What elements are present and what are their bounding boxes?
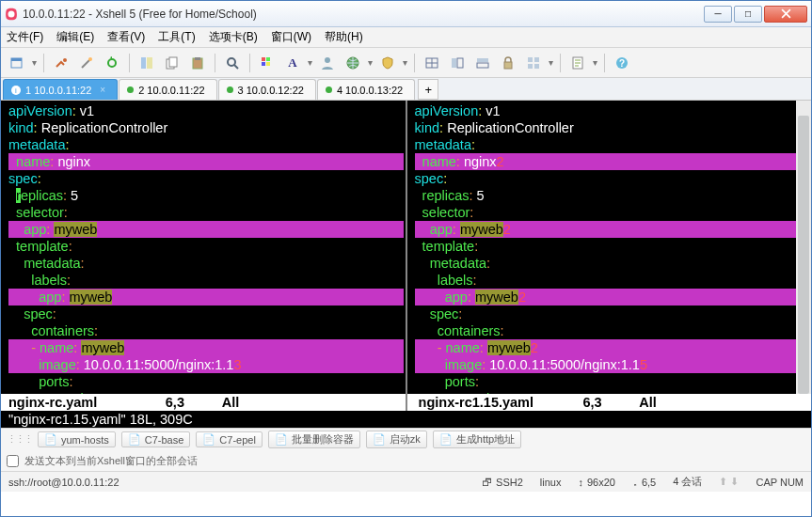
menu-edit[interactable]: 编辑(E) [56, 29, 94, 45]
broadcast-checkbox[interactable] [7, 455, 19, 467]
menu-file[interactable]: 文件(F) [7, 29, 43, 45]
vim-message: "nginx-rc1.15.yaml" 18L, 309C [1, 411, 811, 428]
menu-help[interactable]: 帮助(H) [325, 29, 363, 45]
tab-3[interactable]: 3 10.0.0.12:22 [218, 79, 316, 100]
lock-icon[interactable] [498, 53, 518, 73]
status-arrows: ⬆ ⬇ [719, 476, 739, 488]
user-icon[interactable] [317, 53, 338, 73]
dot-icon [326, 86, 332, 93]
pane-left[interactable]: apiVersion: v1 kind: ReplicationControll… [1, 101, 406, 428]
svg-rect-21 [477, 58, 488, 62]
close-button[interactable] [764, 6, 807, 23]
svg-rect-12 [262, 57, 265, 61]
svg-rect-2 [11, 58, 22, 61]
svg-rect-8 [169, 57, 177, 67]
vim-status-row: nginx-rc.yaml 6,3 All nginx-rc1.15.yaml … [1, 394, 811, 411]
new-session-button[interactable] [7, 53, 27, 73]
status-caps: CAP NUM [756, 477, 804, 488]
svg-rect-24 [528, 57, 533, 62]
wand-icon[interactable] [76, 53, 97, 73]
script-icon[interactable] [567, 53, 588, 73]
svg-point-4 [88, 57, 92, 61]
svg-rect-14 [262, 62, 265, 66]
dot-icon [227, 86, 233, 93]
help-icon[interactable]: ? [612, 53, 632, 73]
pane-right[interactable]: apiVersion: v1 kind: ReplicationControll… [406, 101, 812, 428]
svg-rect-25 [534, 57, 539, 62]
find-icon[interactable] [222, 53, 243, 73]
info-icon: i [11, 86, 21, 95]
menu-tab[interactable]: 选项卡(B) [209, 29, 258, 45]
status-proto: 🗗 SSH2 [482, 477, 523, 488]
maximize-button[interactable]: □ [734, 6, 762, 23]
svg-rect-23 [504, 62, 512, 69]
tab-2[interactable]: 2 10.0.0.11:22 [119, 79, 216, 100]
menu-window[interactable]: 窗口(W) [271, 29, 311, 45]
paste-icon[interactable] [187, 53, 208, 73]
statusbar: ssh://root@10.0.0.11:22 🗗 SSH2 linux ↕ 9… [1, 471, 811, 492]
quick-zk[interactable]: 📄启动zk [366, 431, 427, 448]
svg-point-0 [8, 10, 15, 17]
font-icon[interactable]: A [282, 53, 303, 73]
quick-c7base[interactable]: 📄C7-base [121, 431, 191, 447]
tab-4[interactable]: 4 10.0.0.13:22 [317, 79, 415, 100]
tabstrip: i1 10.0.0.11:22× 2 10.0.0.11:22 3 10.0.0… [1, 78, 811, 101]
status-sess: 4 会话 [673, 475, 702, 489]
svg-rect-13 [266, 57, 270, 61]
quick-del[interactable]: 📄批量删除容器 [268, 431, 360, 448]
status-conn: ssh://root@10.0.0.11:22 [8, 477, 119, 488]
tab-close-icon[interactable]: × [100, 85, 105, 95]
svg-rect-10 [195, 57, 200, 60]
panel2-icon[interactable] [472, 53, 493, 73]
svg-rect-6 [147, 57, 152, 69]
quick-yum[interactable]: 📄yum-hosts [38, 431, 116, 447]
svg-rect-15 [266, 62, 270, 66]
palette-icon[interactable] [257, 53, 278, 73]
shield-icon[interactable] [377, 53, 398, 73]
svg-rect-27 [534, 64, 539, 69]
dot-icon [127, 86, 134, 93]
grid-icon[interactable] [523, 53, 544, 73]
vim-status-left: nginx-rc.yaml 6,3 All [1, 394, 406, 411]
layout-icon[interactable] [422, 53, 442, 73]
svg-text:i: i [15, 86, 17, 95]
cable-icon[interactable] [51, 53, 72, 73]
broadcast-row: 发送文本到当前Xshell窗口的全部会话 [1, 450, 811, 471]
panel1-icon[interactable] [447, 53, 468, 73]
terminal[interactable]: apiVersion: v1 kind: ReplicationControll… [1, 101, 811, 428]
status-size: ↕ 96x20 [578, 477, 614, 488]
globe-icon[interactable] [342, 53, 363, 73]
menu-tools[interactable]: 工具(T) [158, 29, 195, 45]
quick-http[interactable]: 📄生成http地址 [433, 431, 521, 448]
tab-1[interactable]: i1 10.0.0.11:22× [3, 79, 118, 100]
svg-rect-19 [452, 58, 456, 68]
svg-point-16 [325, 57, 330, 63]
status-os: linux [540, 477, 562, 488]
app-icon [5, 8, 18, 21]
quick-c7epel[interactable]: 📄C7-epel [196, 431, 263, 447]
status-cur: ⸼ 6,5 [632, 477, 656, 488]
vim-status-right: nginx-rc1.15.yaml 6,3 All [406, 394, 812, 411]
titlebar: 10.0.0.11:22 - Xshell 5 (Free for Home/S… [1, 1, 811, 27]
svg-rect-26 [528, 64, 533, 69]
svg-rect-5 [141, 57, 146, 69]
minimize-button[interactable]: ─ [704, 6, 732, 23]
broadcast-label: 发送文本到当前Xshell窗口的全部会话 [24, 454, 198, 468]
svg-text:?: ? [619, 58, 625, 69]
toolbar: ▾ A ▾ ▾ ▾ ▾ ▾ ? [1, 48, 811, 78]
prop-icon[interactable] [136, 53, 157, 73]
copy-icon[interactable] [162, 53, 183, 73]
menubar: 文件(F) 编辑(E) 查看(V) 工具(T) 选项卡(B) 窗口(W) 帮助(… [1, 27, 811, 48]
svg-point-3 [63, 58, 67, 62]
menu-view[interactable]: 查看(V) [107, 29, 145, 45]
svg-rect-22 [477, 63, 488, 68]
svg-point-11 [228, 58, 235, 66]
scrollbar[interactable] [796, 101, 811, 411]
window-title: 10.0.0.11:22 - Xshell 5 (Free for Home/S… [23, 8, 704, 21]
quick-grip-icon: ⋮⋮⋮ [7, 433, 32, 446]
quick-command-bar: ⋮⋮⋮ 📄yum-hosts 📄C7-base 📄C7-epel 📄批量删除容器… [1, 428, 811, 450]
svg-rect-20 [457, 58, 463, 68]
add-tab-button[interactable]: + [418, 79, 438, 100]
reconnect-icon[interactable] [102, 53, 122, 73]
